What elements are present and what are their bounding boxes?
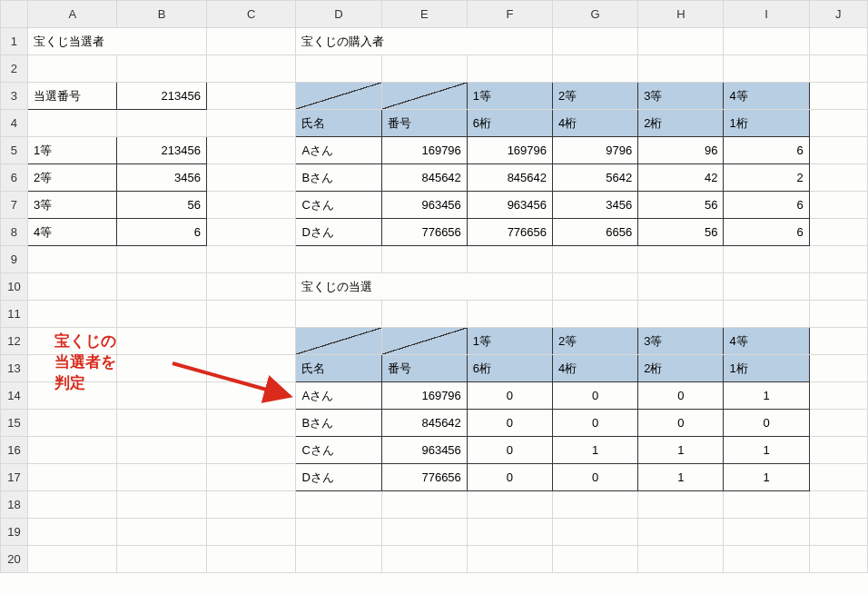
cell[interactable] <box>117 410 206 437</box>
cell[interactable] <box>117 546 206 573</box>
cell[interactable]: 845642 <box>381 164 467 192</box>
cell[interactable] <box>638 546 724 573</box>
cell[interactable] <box>206 28 295 55</box>
cell[interactable]: 6 <box>724 137 809 164</box>
cell[interactable] <box>809 410 867 437</box>
cell[interactable] <box>467 491 552 519</box>
cell[interactable]: 5642 <box>553 164 638 192</box>
cell[interactable]: 1桁 <box>724 355 809 382</box>
cell[interactable]: 0 <box>553 464 638 491</box>
cell[interactable] <box>553 246 638 273</box>
row-header[interactable]: 13 <box>1 355 28 382</box>
cell[interactable] <box>206 382 295 410</box>
cell[interactable]: 4等 <box>724 83 809 110</box>
cell[interactable]: 6 <box>724 192 809 219</box>
cell[interactable] <box>117 355 206 382</box>
cell[interactable]: Aさん <box>296 382 381 410</box>
cell[interactable] <box>638 273 724 301</box>
cell[interactable] <box>809 110 867 137</box>
cell[interactable] <box>206 246 295 273</box>
cell[interactable] <box>809 546 867 573</box>
cell[interactable]: Cさん <box>296 192 381 219</box>
cell[interactable]: 213456 <box>117 83 206 110</box>
cell[interactable] <box>117 246 206 273</box>
row-header[interactable]: 20 <box>1 546 28 573</box>
cell[interactable]: 2等 <box>27 164 116 192</box>
cell[interactable]: 1桁 <box>724 110 809 137</box>
cell[interactable] <box>809 437 867 464</box>
cell[interactable]: 56 <box>638 192 724 219</box>
cell[interactable] <box>809 382 867 410</box>
cell[interactable]: 2桁 <box>638 110 724 137</box>
cell[interactable]: 845642 <box>467 164 552 192</box>
cell[interactable]: 776656 <box>467 219 552 246</box>
cell[interactable] <box>117 382 206 410</box>
cell[interactable]: 3等 <box>638 83 724 110</box>
row-header[interactable]: 1 <box>1 28 28 55</box>
cell-diagonal[interactable] <box>296 328 381 355</box>
cell[interactable]: 4等 <box>724 328 809 355</box>
cell[interactable] <box>381 55 467 83</box>
cell[interactable] <box>553 491 638 519</box>
cell[interactable]: 1等 <box>467 83 552 110</box>
cell[interactable] <box>467 301 552 328</box>
row-header[interactable]: 16 <box>1 437 28 464</box>
row-header[interactable]: 15 <box>1 410 28 437</box>
cell[interactable]: 96 <box>638 137 724 164</box>
cell[interactable] <box>27 246 116 273</box>
cell[interactable] <box>117 110 206 137</box>
cell[interactable]: 0 <box>553 382 638 410</box>
cell[interactable]: Cさん <box>296 437 381 464</box>
cell[interactable] <box>381 301 467 328</box>
cell[interactable] <box>638 519 724 546</box>
cell[interactable] <box>809 464 867 491</box>
cell[interactable]: 0 <box>638 410 724 437</box>
cell[interactable] <box>206 546 295 573</box>
cell[interactable] <box>206 410 295 437</box>
cell[interactable]: 2 <box>724 164 809 192</box>
cell[interactable]: 4桁 <box>553 110 638 137</box>
cell[interactable]: 6桁 <box>467 110 552 137</box>
row-header[interactable]: 10 <box>1 273 28 301</box>
cell[interactable] <box>553 55 638 83</box>
cell[interactable] <box>27 273 116 301</box>
cell[interactable] <box>809 164 867 192</box>
cell[interactable]: 0 <box>724 410 809 437</box>
cell[interactable]: 3等 <box>27 192 116 219</box>
cell[interactable] <box>553 28 638 55</box>
cell[interactable] <box>553 273 638 301</box>
cell[interactable]: 1 <box>724 382 809 410</box>
cell[interactable] <box>27 546 116 573</box>
cell[interactable] <box>206 519 295 546</box>
cell[interactable] <box>117 437 206 464</box>
cell[interactable]: 1 <box>724 437 809 464</box>
cell[interactable]: 宝くじ当選者 <box>27 28 206 55</box>
row-header[interactable]: 11 <box>1 301 28 328</box>
cell[interactable] <box>206 491 295 519</box>
cell[interactable] <box>206 437 295 464</box>
cell[interactable] <box>809 55 867 83</box>
cell[interactable] <box>27 437 116 464</box>
cell[interactable]: 963456 <box>381 437 467 464</box>
cell[interactable] <box>724 246 809 273</box>
cell[interactable] <box>206 110 295 137</box>
cell[interactable] <box>117 519 206 546</box>
cell[interactable]: 6 <box>724 219 809 246</box>
cell[interactable]: 1 <box>638 464 724 491</box>
col-header[interactable]: G <box>553 1 638 28</box>
cell[interactable] <box>638 301 724 328</box>
cell[interactable]: 1 <box>553 437 638 464</box>
col-header[interactable]: D <box>296 1 381 28</box>
cell-diagonal[interactable] <box>381 328 467 355</box>
row-header[interactable]: 12 <box>1 328 28 355</box>
cell[interactable] <box>117 301 206 328</box>
cell[interactable] <box>809 491 867 519</box>
column-header-row[interactable]: A B C D E F G H I J <box>1 1 868 28</box>
cell[interactable] <box>27 491 116 519</box>
row-header[interactable]: 6 <box>1 164 28 192</box>
cell[interactable] <box>296 301 381 328</box>
cell[interactable]: 1 <box>724 464 809 491</box>
cell[interactable]: Dさん <box>296 219 381 246</box>
grid-table[interactable]: A B C D E F G H I J 1 宝くじ当選者 宝くじの購入者 2 3… <box>0 0 868 573</box>
cell[interactable]: 169796 <box>381 382 467 410</box>
